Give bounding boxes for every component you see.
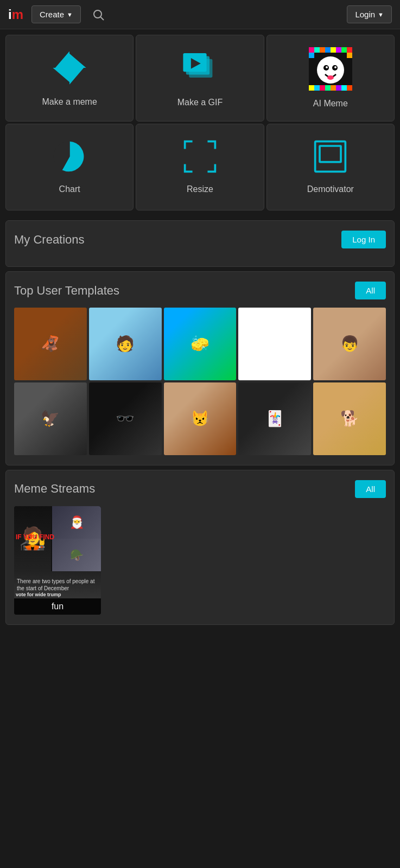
tool-grid: Make a meme Make a GIF [0,29,400,216]
template-thumb[interactable]: 🧑 [89,308,162,380]
uno-image: 🃏 [238,382,311,455]
svg-marker-2 [55,51,69,68]
create-label: Create [40,10,64,19]
logo-i: i [8,7,12,22]
svg-rect-28 [314,85,320,91]
svg-line-1 [100,17,104,20]
chimp-image: 🦧 [14,308,87,380]
template-thumb[interactable]: 🃏 [238,382,311,455]
stream-sub-text: There are two types of people at the sta… [17,578,101,592]
svg-rect-31 [331,85,336,91]
login-button[interactable]: Login ▼ [347,5,392,23]
svg-rect-15 [331,47,336,53]
svg-rect-27 [309,85,314,91]
template-thumb[interactable]: 🦧 [14,308,87,380]
demotivator-card[interactable]: Demotivator [266,124,395,210]
search-icon [92,8,105,21]
top-templates-section: Top User Templates All 🦧 🧑 🧽 👦 🦅 🕶️ 😾 [5,271,395,465]
template-grid: 🦧 🧑 🧽 👦 🦅 🕶️ 😾 🃏 🐕 [14,308,386,455]
kid-image: 👦 [313,308,386,380]
ai-meme-card[interactable]: AI Meme [266,35,395,122]
make-gif-label: Make a GIF [177,97,223,108]
svg-rect-14 [325,47,331,53]
resize-icon [182,139,218,176]
svg-marker-3 [69,53,86,67]
svg-rect-29 [320,85,325,91]
make-meme-label: Make a meme [42,97,97,108]
svg-rect-34 [347,85,352,91]
login-creations-button[interactable]: Log In [341,231,386,248]
svg-rect-16 [336,47,341,53]
svg-rect-13 [320,47,325,53]
chevron-down-icon: ▼ [67,11,73,18]
svg-rect-11 [309,47,314,53]
svg-rect-18 [347,47,352,53]
template-thumb[interactable]: 😾 [164,382,237,455]
template-thumb[interactable]: 🐕 [313,382,386,455]
svg-rect-17 [341,47,347,53]
header: i m Create ▼ Login ▼ [0,0,400,29]
svg-marker-4 [69,68,84,85]
gif-icon [180,48,219,90]
my-creations-header: My Creations Log In [14,231,386,248]
my-creations-title: My Creations [14,233,85,247]
sponge-image: 🧽 [164,308,237,380]
meme-streams-header: Meme Streams All [14,480,386,498]
all-templates-button[interactable]: All [355,282,386,299]
all-streams-button[interactable]: All [355,480,386,498]
login-label: Login [355,10,375,19]
chart-label: Chart [59,184,80,195]
white-image [238,308,311,380]
ai-meme-icon [309,47,352,91]
demotivator-label: Demotivator [307,184,354,195]
chart-icon [52,139,87,176]
stream-card-fun[interactable]: 🧑‍🎤 🎅 🪖 There are two types of people at… [14,506,101,615]
svg-rect-30 [325,85,331,91]
gull-image: 🦅 [14,382,87,455]
stream-red-text: IF YOU FIND [16,533,54,541]
logo-m: m [12,7,23,22]
search-button[interactable] [86,8,341,21]
svg-rect-19 [309,53,314,58]
demotivator-icon [313,139,348,176]
svg-rect-32 [336,85,341,91]
create-button[interactable]: Create ▼ [31,5,81,23]
streams-grid: 🧑‍🎤 🎅 🪖 There are two types of people at… [14,506,386,615]
bart-image: 🧑 [89,308,162,380]
template-thumb[interactable]: 👦 [313,308,386,380]
make-gif-card[interactable]: Make a GIF [136,35,264,122]
svg-rect-20 [347,53,352,58]
chart-card[interactable]: Chart [5,124,134,210]
logo: i m [8,7,23,22]
doge-image: 🐕 [313,382,386,455]
template-thumb[interactable]: 🧽 [164,308,237,380]
meme-streams-section: Meme Streams All 🧑‍🎤 🎅 🪖 [5,470,395,625]
svg-marker-5 [53,68,70,82]
template-thumb[interactable]: 🕶️ [89,382,162,455]
svg-point-0 [94,10,101,18]
resize-label: Resize [187,184,213,195]
template-thumb[interactable]: 🦅 [14,382,87,455]
stream-composite: 🧑‍🎤 🎅 🪖 There are two types of people at… [14,506,101,615]
make-meme-card[interactable]: Make a meme [5,35,134,122]
svg-rect-33 [341,85,347,91]
top-templates-title: Top User Templates [14,284,119,298]
my-creations-section: My Creations Log In [5,220,395,267]
cat-woman-image: 😾 [164,382,237,455]
svg-point-25 [334,66,336,68]
svg-point-26 [327,75,334,80]
svg-rect-12 [314,47,320,53]
resize-card[interactable]: Resize [136,124,264,210]
top-templates-header: Top User Templates All [14,282,386,299]
pinwheel-icon [50,49,88,89]
template-thumb[interactable] [238,308,311,380]
stream-bottom-text: vote for wide trump [16,592,61,597]
stream-label: fun [14,598,101,615]
svg-rect-37 [320,146,341,162]
ai-meme-label: AI Meme [313,98,348,110]
chevron-down-icon: ▼ [378,11,384,18]
meme-streams-title: Meme Streams [14,482,95,496]
interesting-man-image: 🕶️ [89,382,162,455]
svg-point-24 [326,66,328,68]
